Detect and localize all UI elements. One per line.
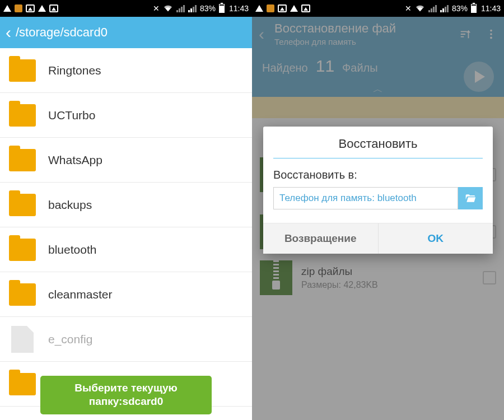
cancel-button[interactable]: Возвращение bbox=[263, 223, 378, 254]
dialog-input-row: Телефон для память: bluetooth bbox=[273, 187, 483, 209]
battery-percent: 83% bbox=[200, 4, 216, 13]
app-notification-icon bbox=[15, 4, 22, 12]
folder-open-icon bbox=[464, 193, 477, 204]
screenshot-icon bbox=[49, 4, 58, 12]
back-icon[interactable]: ‹ bbox=[6, 23, 11, 42]
list-item[interactable]: WhatsApp bbox=[0, 138, 252, 183]
item-name: WhatsApp bbox=[48, 153, 102, 167]
browse-folder-button[interactable] bbox=[458, 187, 483, 209]
restore-path-input[interactable]: Телефон для память: bluetooth bbox=[273, 187, 458, 209]
item-name: backups bbox=[48, 198, 92, 212]
clock: 11:43 bbox=[481, 4, 501, 13]
list-item[interactable]: Ringtones bbox=[0, 48, 252, 93]
folder-icon bbox=[9, 239, 36, 261]
screenshot-icon bbox=[278, 4, 287, 12]
app-notification-icon bbox=[267, 4, 274, 12]
folder-icon bbox=[9, 149, 36, 171]
ok-button[interactable]: OK bbox=[378, 223, 493, 254]
signal-1-icon bbox=[428, 4, 437, 12]
status-left bbox=[255, 4, 310, 12]
left-screen: ✕ 83% 11:43 ‹ /storage/sdcard0 Ringtones… bbox=[0, 0, 252, 420]
right-screen: ✕ 83% 11:43 ‹ Восстановление фай Телефон… bbox=[252, 0, 504, 420]
folder-icon bbox=[9, 283, 36, 306]
select-folder-button[interactable]: Выберите текущую папку:sdcard0 bbox=[40, 376, 212, 414]
signal-1-icon bbox=[176, 4, 185, 12]
mute-icon: ✕ bbox=[405, 4, 412, 13]
battery-percent: 83% bbox=[452, 4, 468, 13]
dialog-title: Восстановить bbox=[263, 127, 493, 158]
warning-icon bbox=[3, 5, 11, 12]
mute-icon: ✕ bbox=[153, 4, 160, 13]
list-item[interactable]: cleanmaster bbox=[0, 272, 252, 317]
folder-icon bbox=[9, 59, 36, 82]
screenshot-icon bbox=[301, 4, 310, 12]
item-name: cleanmaster bbox=[48, 288, 112, 301]
list-item[interactable]: bluetooth bbox=[0, 227, 252, 272]
item-name: e_config bbox=[48, 333, 92, 346]
restore-dialog: Восстановить Восстановить в: Телефон для… bbox=[263, 127, 493, 254]
wifi-icon bbox=[163, 4, 173, 12]
list-item[interactable]: backups bbox=[0, 183, 252, 227]
status-right: ✕ 83% 11:43 bbox=[405, 4, 501, 13]
folder-list: Ringtones UCTurbo WhatsApp backups bluet… bbox=[0, 48, 252, 420]
list-item[interactable]: UCTurbo bbox=[0, 93, 252, 138]
status-right: ✕ 83% 11:43 bbox=[153, 4, 249, 13]
folder-icon bbox=[9, 104, 36, 127]
folder-icon bbox=[9, 373, 36, 395]
dialog-buttons: Возвращение OK bbox=[263, 223, 493, 254]
status-bar: ✕ 83% 11:43 bbox=[252, 0, 504, 17]
status-left bbox=[3, 4, 58, 12]
file-icon bbox=[11, 326, 34, 353]
folder-icon bbox=[9, 194, 36, 216]
warning-icon bbox=[255, 5, 263, 12]
battery-icon bbox=[471, 4, 477, 13]
clock: 11:43 bbox=[229, 4, 249, 13]
status-bar: ✕ 83% 11:43 bbox=[0, 0, 252, 17]
item-name: bluetooth bbox=[48, 243, 96, 256]
item-name: Ringtones bbox=[48, 64, 101, 77]
wifi-icon bbox=[415, 4, 425, 12]
item-name: UCTurbo bbox=[48, 109, 95, 122]
screenshot-icon bbox=[26, 4, 35, 12]
current-path: /storage/sdcard0 bbox=[16, 25, 108, 40]
path-header[interactable]: ‹ /storage/sdcard0 bbox=[0, 17, 252, 48]
battery-icon bbox=[219, 4, 225, 13]
warning-icon bbox=[290, 5, 298, 12]
signal-2-icon bbox=[188, 4, 197, 12]
signal-2-icon bbox=[440, 4, 449, 12]
dialog-label: Восстановить в: bbox=[263, 158, 493, 187]
list-item[interactable]: e_config bbox=[0, 317, 252, 362]
warning-icon bbox=[38, 5, 46, 12]
